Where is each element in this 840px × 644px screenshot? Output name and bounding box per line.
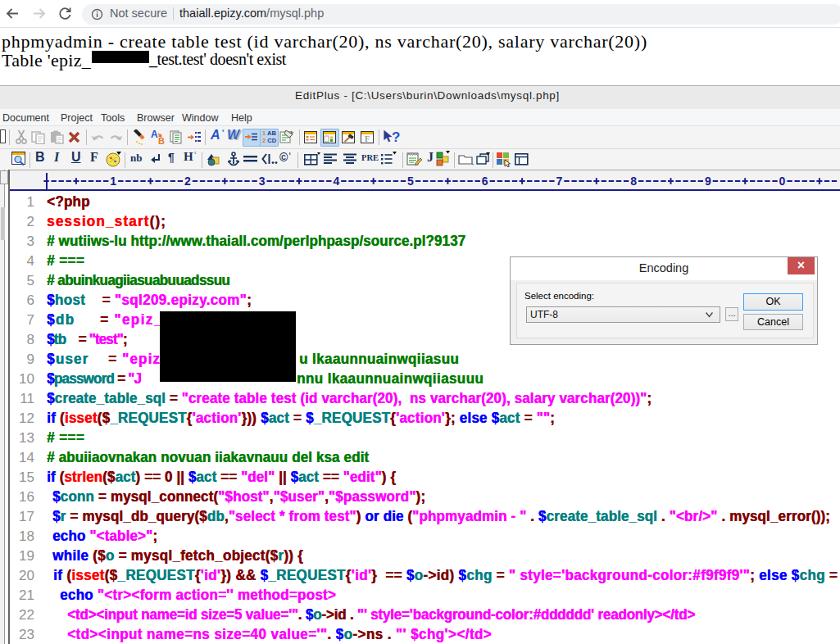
svg-text:9: 9 — [705, 175, 711, 188]
svg-text:?: ? — [392, 129, 400, 145]
svg-text:8: 8 — [630, 175, 637, 188]
svg-text:7: 7 — [556, 175, 563, 188]
svg-text:2: 2 — [184, 175, 191, 188]
svg-text:0: 0 — [779, 175, 786, 188]
svg-text:F: F — [365, 134, 370, 143]
svg-text:5: 5 — [407, 175, 414, 188]
svg-text:1: 1 — [110, 175, 116, 188]
svg-text:4: 4 — [333, 175, 339, 188]
svg-text:6: 6 — [482, 175, 488, 188]
svg-text:B: B — [158, 136, 165, 145]
svg-text:A: A — [151, 129, 158, 140]
svg-text:3: 3 — [259, 175, 266, 188]
